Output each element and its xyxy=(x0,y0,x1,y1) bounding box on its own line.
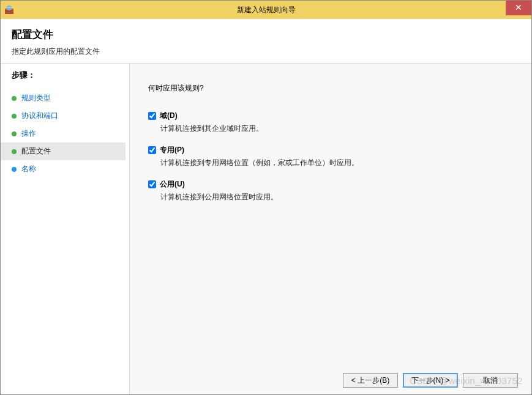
domain-checkbox[interactable] xyxy=(148,112,156,120)
step-label: 协议和端口 xyxy=(21,111,58,121)
steps-sidebar: 步骤： 规则类型 协议和端口 操作 配置文件 名称 xyxy=(1,64,129,395)
private-desc: 计算机连接到专用网络位置（例如，家或工作单位）时应用。 xyxy=(160,158,513,168)
content-area: 步骤： 规则类型 协议和端口 操作 配置文件 名称 何时应用该规则? 域(D) xyxy=(1,64,531,395)
domain-label: 域(D) xyxy=(160,111,178,121)
bullet-icon xyxy=(12,149,17,154)
public-label: 公用(U) xyxy=(160,179,185,190)
page-title: 配置文件 xyxy=(12,28,520,42)
public-checkbox[interactable] xyxy=(148,180,156,188)
bullet-icon xyxy=(12,167,17,172)
back-button[interactable]: < 上一步(B) xyxy=(343,373,398,388)
close-button[interactable]: ✕ xyxy=(506,1,531,15)
option-domain-row[interactable]: 域(D) xyxy=(148,111,513,121)
public-desc: 计算机连接到公用网络位置时应用。 xyxy=(160,192,513,202)
wizard-buttons: < 上一步(B) 下一步(N) > 取消 xyxy=(343,373,518,388)
option-public-row[interactable]: 公用(U) xyxy=(148,179,513,190)
option-domain: 域(D) 计算机连接到其企业域时应用。 xyxy=(148,111,513,134)
step-label: 名称 xyxy=(21,164,36,174)
step-protocol-port[interactable]: 协议和端口 xyxy=(12,107,129,125)
step-label: 规则类型 xyxy=(21,93,51,103)
step-action[interactable]: 操作 xyxy=(12,125,129,142)
option-public: 公用(U) 计算机连接到公用网络位置时应用。 xyxy=(148,179,513,202)
step-label: 操作 xyxy=(21,128,36,139)
step-rule-type[interactable]: 规则类型 xyxy=(12,89,129,107)
step-profile[interactable]: 配置文件 xyxy=(1,142,126,160)
titlebar: 新建入站规则向导 ✕ xyxy=(1,1,531,19)
bullet-icon xyxy=(12,96,17,101)
private-checkbox[interactable] xyxy=(148,146,156,154)
prompt-text: 何时应用该规则? xyxy=(148,83,513,94)
private-label: 专用(P) xyxy=(160,145,184,155)
wizard-header: 配置文件 指定此规则应用的配置文件 xyxy=(1,19,531,64)
main-panel: 何时应用该规则? 域(D) 计算机连接到其企业域时应用。 专用(P) 计算机连接… xyxy=(129,64,531,395)
next-button[interactable]: 下一步(N) > xyxy=(403,373,458,388)
bullet-icon xyxy=(12,131,17,136)
page-subtitle: 指定此规则应用的配置文件 xyxy=(12,46,520,57)
window-title: 新建入站规则向导 xyxy=(1,5,531,15)
bullet-icon xyxy=(12,114,17,119)
option-private: 专用(P) 计算机连接到专用网络位置（例如，家或工作单位）时应用。 xyxy=(148,145,513,168)
cancel-button[interactable]: 取消 xyxy=(463,373,518,388)
step-label: 配置文件 xyxy=(21,146,51,157)
step-name[interactable]: 名称 xyxy=(12,160,129,178)
steps-heading: 步骤： xyxy=(12,70,129,81)
domain-desc: 计算机连接到其企业域时应用。 xyxy=(160,124,513,134)
firewall-icon xyxy=(4,5,14,15)
option-private-row[interactable]: 专用(P) xyxy=(148,145,513,155)
